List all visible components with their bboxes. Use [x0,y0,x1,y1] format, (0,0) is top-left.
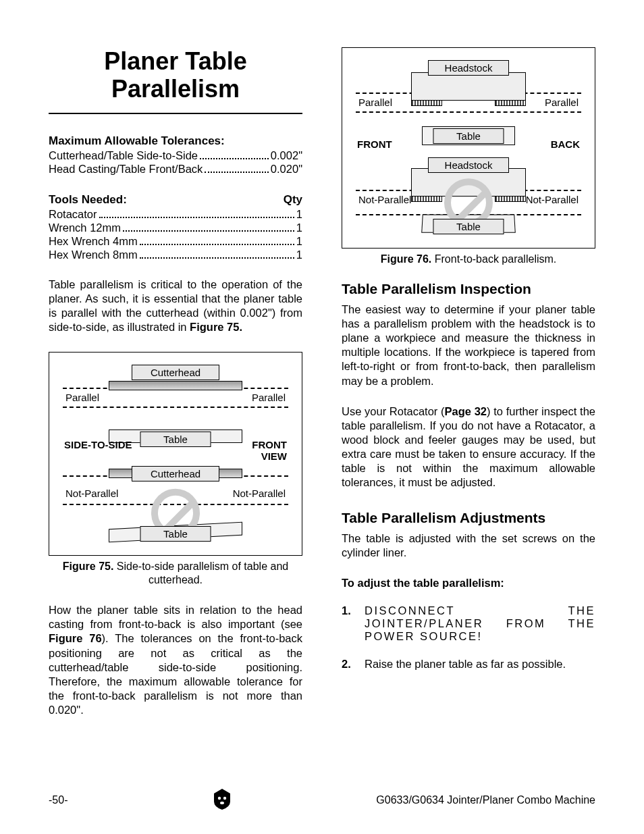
table-label: Table [140,432,211,447]
figure-ref: Figure 76 [49,632,102,644]
svg-point-1 [223,797,226,800]
step-text: DISCONNECT THE JOINTER/PLANER FROM THE P… [365,604,595,643]
step-item: 2. Raise the planer table as far as poss… [342,658,595,671]
figure-text: Front-to-back parallelism. [431,253,556,265]
body-paragraph: How the planer table sits in relation to… [49,603,302,717]
para-text: Use your Rotacator ( [342,405,445,417]
step-number: 2. [342,658,355,671]
back-label: BACK [551,138,580,150]
inspection-paragraph: Use your Rotacator (Page 32) to further … [342,405,595,490]
tools-heading-label: Tools Needed: [49,193,127,207]
parallel-label: Parallel [545,97,579,108]
para-text: ) to further inspect the table paralleli… [342,405,595,489]
tool-row: Wrench 12mm1 [49,221,302,234]
tool-row: Hex Wrench 8mm1 [49,249,302,261]
cutterhead-label: Cutterhead [132,365,219,380]
para-text: ). The tolerances on the front-to-back p… [49,632,302,716]
adjustments-paragraph: The table is adjusted with the set screw… [342,531,595,560]
para-text: How the planer table sits in relation to… [49,604,302,630]
svg-point-0 [218,797,221,800]
title-line-2: Parallelism [111,75,240,103]
tool-qty: 1 [296,221,302,234]
tolerance-row: Cutterhead/Table Side-to-Side 0.002" [49,149,302,162]
tool-row: Hex Wrench 4mm1 [49,235,302,248]
not-parallel-label: Not-Parallel [233,488,286,499]
not-parallel-label: Not-Parallel [526,194,579,205]
step-item: 1. DISCONNECT THE JOINTER/PLANER FROM TH… [342,604,595,643]
step-text: Raise the planer table as far as possibl… [365,658,595,671]
tool-label: Hex Wrench 8mm [49,249,138,261]
figure-number: Figure 76. [381,253,432,265]
tool-label: Wrench 12mm [49,221,121,234]
figure-ref: Figure 75. [190,321,242,333]
cutterhead-label: Cutterhead [132,466,219,481]
table-label: Table [433,219,504,234]
svg-point-2 [220,802,224,804]
figure-76: Headstock Parallel Parallel Table FRONT … [342,47,595,249]
tool-label: Rotacator [49,208,97,221]
figure-number: Figure 75. [63,561,114,572]
figure-text: Side-to-side parallelism of table and cu… [113,561,288,585]
para-text: Table parallelism is critical to the ope… [49,278,302,333]
adjustments-heading: Table Parallelism Adjustments [342,510,595,526]
not-parallel-label: Not-Parallel [65,488,118,499]
headstock-label: Headstock [428,60,509,76]
step-number: 1. [342,604,355,643]
not-parallel-label: Not-Parallel [358,194,411,205]
table-label: Table [140,526,211,542]
headstock-label: Headstock [428,157,509,173]
intro-paragraph: Table parallelism is critical to the ope… [49,278,302,334]
side-to-side-label: SIDE-TO-SIDE [64,439,132,450]
table-label: Table [433,128,504,144]
brand-logo-icon [210,787,234,814]
document-name: G0633/G0634 Jointer/Planer Combo Machine [376,794,595,806]
page-title: Planer TableParallelism [49,47,302,114]
adjust-intro: To adjust the table parallelism: [342,577,595,590]
tolerance-value: 0.020" [271,163,302,176]
inspection-heading: Table Parallelism Inspection [342,281,595,297]
qty-heading: Qty [284,193,302,207]
inspection-paragraph: The easiest way to determine if your pla… [342,303,595,388]
figure-75-caption: Figure 75. Side-to-side parallelism of t… [49,560,302,587]
tolerances-heading: Maximum Allowable Tolerances: [49,134,302,148]
page-ref: Page 32 [445,405,487,417]
tolerance-label: Cutterhead/Table Side-to-Side [49,149,198,162]
tool-qty: 1 [296,235,302,248]
parallel-label: Parallel [358,97,392,108]
parallel-label: Parallel [65,392,99,403]
parallel-label: Parallel [252,392,286,403]
page-number: -50- [49,794,68,806]
tools-heading: Tools Needed: Qty [49,193,302,207]
tool-qty: 1 [296,249,302,261]
page-footer: -50- G0633/G0634 Jointer/Planer Combo Ma… [49,787,595,814]
front-view-label: FRONTVIEW [252,439,287,462]
tolerance-value: 0.002" [271,149,302,162]
title-line-1: Planer Table [104,47,246,75]
front-label: FRONT [357,138,392,150]
tolerance-label: Head Casting/Table Front/Back [49,163,203,176]
figure-76-caption: Figure 76. Front-to-back parallelism. [342,253,595,266]
figure-75: Cutterhead Parallel Parallel Table SIDE-… [49,352,302,556]
tolerance-row: Head Casting/Table Front/Back 0.020" [49,163,302,176]
tool-label: Hex Wrench 4mm [49,235,138,248]
tool-qty: 1 [296,208,302,221]
tool-row: Rotacator1 [49,208,302,221]
